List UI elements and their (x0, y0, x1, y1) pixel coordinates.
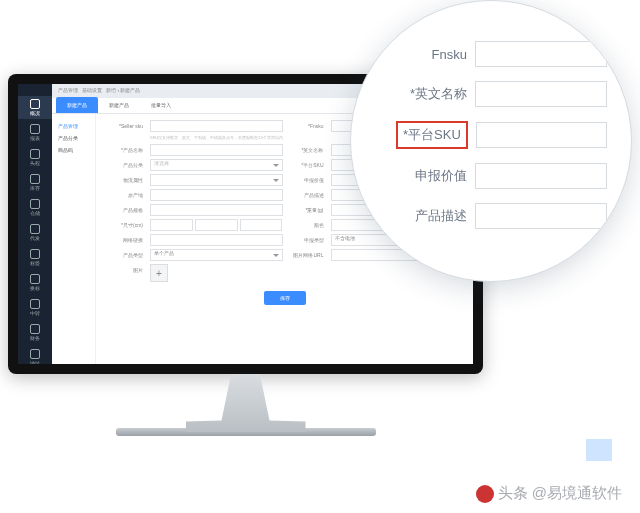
add-image-button[interactable]: + (150, 264, 168, 282)
zoom-row-plat-sku: *平台SKU (403, 121, 607, 149)
nav-label: 地址 (30, 360, 40, 364)
pin-icon (30, 349, 40, 359)
input-dim-h[interactable] (240, 219, 283, 231)
select-value: 不含电池 (332, 235, 355, 241)
nav-finance[interactable]: 财务 (18, 321, 52, 344)
decorative-square (586, 439, 612, 461)
lbl-brand: 物流属性 (106, 174, 146, 186)
zoom-input-plat-sku[interactable] (476, 122, 607, 148)
img-upload-group: + (150, 264, 283, 282)
select-placeholder: 请选择 (151, 160, 169, 166)
nav-label[interactable]: 标签 (18, 246, 52, 269)
lbl-img: 图片 (106, 264, 146, 282)
nav-dropship[interactable]: 代发 (18, 221, 52, 244)
nav-overview[interactable]: 概况 (18, 96, 52, 119)
nav-label: 概况 (30, 110, 40, 116)
nav-firstleg[interactable]: 头程 (18, 146, 52, 169)
nav-label: 换标 (30, 285, 40, 291)
tab-new-product[interactable]: 新建产品 (56, 97, 98, 113)
lbl-name-cn: *产品名称 (106, 144, 146, 156)
zoom-input-declare-val[interactable] (475, 163, 607, 189)
lbl-weight: *重量(g) (287, 204, 327, 216)
zoom-lbl-name-en: *英文名称 (403, 85, 467, 103)
tag-icon (30, 249, 40, 259)
select-ptype[interactable]: 单个产品 (150, 249, 283, 261)
tab-batch-import[interactable]: 批量导入 (140, 97, 182, 113)
zoom-lens: Fnsku *英文名称 *平台SKU 申报价值 产品描述 (350, 0, 632, 282)
sidebar: 概况 报表 头程 库存 仓储 代发 标签 换标 中转 财务 地址 数据 设置 (18, 84, 52, 364)
input-origin[interactable] (150, 189, 283, 201)
zoom-row-fnsku: Fnsku (403, 41, 607, 67)
nav-label: 中转 (30, 310, 40, 316)
nav-stock[interactable]: 库存 (18, 171, 52, 194)
nav-relabel[interactable]: 换标 (18, 271, 52, 294)
subnav-categories[interactable]: 产品分类 (52, 132, 95, 144)
lbl-fnsku: *Fnsku (287, 120, 327, 132)
zoom-lbl-fnsku: Fnsku (403, 47, 467, 62)
crumb-1: 产品管理 (58, 87, 78, 95)
save-button[interactable]: 保存 (264, 291, 306, 305)
tab-new-product-2[interactable]: 新建产品 (98, 97, 140, 113)
nav-transit[interactable]: 中转 (18, 296, 52, 319)
lbl-seller-sku: *Seller sku (106, 120, 146, 132)
warehouse-icon (30, 199, 40, 209)
crumb-2: 基础设置 (82, 87, 102, 95)
nav-label: 报表 (30, 135, 40, 141)
input-seller-sku[interactable] (150, 120, 283, 132)
nav-address[interactable]: 地址 (18, 346, 52, 364)
watermark-prefix: 头条 (498, 484, 528, 503)
subnav: 产品管理 产品分类 商品码 (52, 114, 96, 364)
chart-icon (30, 124, 40, 134)
zoom-highlight-box: *平台SKU (396, 121, 468, 149)
input-name-cn[interactable] (150, 144, 283, 156)
lbl-ptype: 产品类型 (106, 249, 146, 261)
save-bar: 保存 (106, 285, 463, 305)
nav-label: 标签 (30, 260, 40, 266)
input-dim-w[interactable] (195, 219, 238, 231)
zoom-input-desc[interactable] (475, 203, 607, 229)
nav-label: 库存 (30, 185, 40, 191)
box-icon (30, 174, 40, 184)
subnav-products[interactable]: 产品管理 (52, 120, 95, 132)
zoom-row-desc: 产品描述 (403, 203, 607, 229)
lbl-origin: 原产地 (106, 189, 146, 201)
zoom-input-name-en[interactable] (475, 81, 607, 107)
subnav-codes[interactable]: 商品码 (52, 144, 95, 156)
watermark: 头条 @易境通软件 (476, 484, 622, 503)
input-link[interactable] (150, 234, 283, 246)
watermark-author: @易境通软件 (532, 484, 622, 503)
truck-icon (30, 149, 40, 159)
lbl-color: 颜色 (287, 219, 327, 231)
select-category[interactable]: 请选择 (150, 159, 283, 171)
zoom-lbl-desc: 产品描述 (403, 207, 467, 225)
zoom-lbl-declare-val: 申报价值 (403, 167, 467, 185)
lbl-ship-type: 申报类型 (287, 234, 327, 246)
lbl-plat-sku: *平台SKU (287, 159, 327, 171)
zoom-row-name-en: *英文名称 (403, 81, 607, 107)
lbl-desc: 产品描述 (287, 189, 327, 201)
crumb-3: 新增 › 新建产品 (106, 87, 140, 95)
nav-label: 仓储 (30, 210, 40, 216)
send-icon (30, 224, 40, 234)
nav-warehouse[interactable]: 仓储 (18, 196, 52, 219)
avatar-icon (476, 485, 494, 503)
zoom-input-fnsku[interactable] (475, 41, 607, 67)
nav-report[interactable]: 报表 (18, 121, 52, 144)
zoom-lbl-plat-sku: *平台SKU (403, 126, 461, 144)
lbl-declare-val: 申报价值 (287, 174, 327, 186)
nav-label: 代发 (30, 235, 40, 241)
input-spec[interactable] (150, 204, 283, 216)
lbl-name-en: *英文名称 (287, 144, 327, 156)
nav-label: 头程 (30, 160, 40, 166)
select-brand[interactable] (150, 174, 283, 186)
zoom-row-declare-val: 申报价值 (403, 163, 607, 189)
lbl-img-url: 图片网络URL (287, 249, 327, 261)
lbl-dims: *尺寸(cm) (106, 219, 146, 231)
nav-label: 财务 (30, 335, 40, 341)
yen-icon (30, 324, 40, 334)
home-icon (30, 99, 40, 109)
lbl-spec: 产品规格 (106, 204, 146, 216)
input-dim-l[interactable] (150, 219, 193, 231)
monitor-stand (186, 374, 306, 432)
lbl-category: 产品分类 (106, 159, 146, 171)
